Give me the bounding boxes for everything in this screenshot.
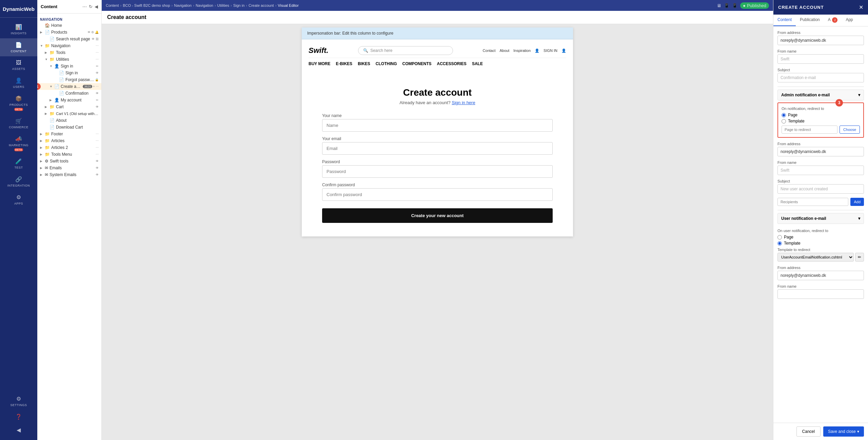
desktop-icon[interactable]: 🖥 [717, 3, 721, 8]
sidebar-products-label: PRODUCTS [9, 103, 28, 107]
sign-in-link[interactable]: Sign in here [452, 100, 475, 105]
badge-3: 3 [835, 99, 843, 107]
confirm-password-input[interactable] [322, 188, 553, 201]
tab-publication[interactable]: Publication [796, 15, 824, 26]
tree-item-create-account-label: Create account [61, 84, 82, 89]
tree-item-home[interactable]: 🏠 Home [37, 22, 101, 29]
mobile-icon[interactable]: 📱 [732, 3, 737, 8]
tree-item-signin-folder[interactable]: ▼ 👤 Sign in ✏ [37, 63, 101, 70]
tree-item-cart-v1[interactable]: ▶ 📁 Cart V1 (Old setup without Shipmondo… [37, 110, 101, 117]
sidebar-item-expand[interactable]: ◀ [0, 423, 37, 437]
breadcrumb-icons: 🖥 📱 📱 ● Published [717, 2, 769, 9]
nav-e-bikes[interactable]: E-BIKES [336, 61, 352, 66]
radio-template-input[interactable] [782, 119, 786, 123]
header-contact[interactable]: Contact [483, 49, 496, 53]
divider-2 [777, 210, 864, 210]
nav-bikes[interactable]: BIKES [358, 61, 370, 66]
sidebar-item-users[interactable]: 👤 USERS [0, 74, 37, 92]
tree-item-download-cart[interactable]: 📄 Download Cart [37, 124, 101, 131]
expand-my-account: ▶ [50, 98, 54, 102]
tree-item-emails[interactable]: ▶ ✉ Emails 👁 [37, 165, 101, 171]
left-panel-refresh-icon[interactable]: ↻ [89, 4, 93, 9]
template-row: UserAccountEmailNotification.cshtml ✏ [777, 253, 864, 262]
page-to-redirect-input[interactable] [782, 126, 837, 134]
nav-clothing[interactable]: CLOTHING [376, 61, 397, 66]
tree-item-tools-menu[interactable]: ▶ 📁 Tools Menu ⋯ [37, 151, 101, 158]
left-panel-more-icon[interactable]: ⋯ [82, 4, 87, 9]
tree-item-signin[interactable]: 📄 Sign in 👁 [37, 70, 101, 76]
subject2-input[interactable] [777, 184, 864, 194]
search-bar[interactable]: 🔍 Search here [358, 46, 453, 55]
sidebar-item-settings[interactable]: ⚙ SETTINGS [0, 392, 37, 410]
from-name-input[interactable] [777, 54, 864, 64]
from-name2-input[interactable] [777, 166, 864, 175]
create-account-button[interactable]: Create your new account [322, 208, 553, 223]
from-address2-input[interactable] [777, 147, 864, 156]
tab-a[interactable]: A 2 [824, 15, 842, 26]
sidebar-item-help[interactable]: ❓ [0, 410, 37, 423]
add-button[interactable]: Add [850, 198, 864, 206]
visual-editor-area: Impersonation bar: Edit this column to c… [102, 24, 773, 440]
nav-buy-more[interactable]: BUY MORE [309, 61, 330, 66]
tree-item-download-cart-label: Download Cart [56, 125, 99, 130]
tree-item-forgot-password[interactable]: 📄 Forgot password 🔒 [37, 76, 101, 83]
nav-accessories[interactable]: ACCESSORIES [437, 61, 467, 66]
sidebar-item-apps[interactable]: ⚙ APPS [0, 191, 37, 209]
sidebar-item-marketing[interactable]: 📣 MARKETING BETA [0, 132, 37, 155]
password-input[interactable] [322, 165, 553, 178]
sidebar-item-products[interactable]: 📦 PRODUCTS BETA [0, 92, 37, 114]
tree-item-swift-tools[interactable]: ▶ ⚙ Swift tools 👁 [37, 158, 101, 165]
tab-app[interactable]: App [842, 15, 857, 26]
name-input[interactable] [322, 119, 553, 132]
sidebar-item-insights[interactable]: 📊 INSIGHTS [0, 20, 37, 38]
tree-item-footer[interactable]: ▶ 📁 Footer ⋯ [37, 131, 101, 137]
cancel-button[interactable]: Cancel [796, 426, 821, 437]
header-inspiration[interactable]: Inspiration [513, 49, 531, 53]
right-panel-close-icon[interactable]: ✕ [859, 4, 863, 11]
tree-item-confirmation[interactable]: 📄 Confirmation 👁 [37, 90, 101, 97]
tree-item-products[interactable]: ▶ 📄 Products 👁 ⚙ 🔔 [37, 29, 101, 36]
template-select[interactable]: UserAccountEmailNotification.cshtml [777, 253, 854, 262]
choose-button[interactable]: Choose [840, 126, 860, 134]
save-and-close-button[interactable]: Save and close ▾ [823, 426, 864, 437]
template-edit-button[interactable]: ✏ [855, 253, 864, 262]
tree-item-my-account-label: My account [61, 98, 96, 102]
user-radio-page-input[interactable] [777, 235, 782, 240]
tree-item-search-result[interactable]: 📄 Search result page 👁 ⛓ [37, 36, 101, 42]
user-radio-template-input[interactable] [777, 241, 782, 246]
tree-item-articles2[interactable]: ▶ 📁 Articles 2 ⋯ [37, 144, 101, 151]
sidebar-item-test[interactable]: 🧪 TEST [0, 155, 37, 173]
sidebar-item-assets[interactable]: 🖼 ASSETS [0, 56, 37, 74]
nav-components[interactable]: COMPONENTS [402, 61, 432, 66]
from-name3-input[interactable] [777, 289, 864, 299]
tree-item-navigation[interactable]: ▼ 📁 Navigation ⋯ [37, 42, 101, 49]
admin-notification-accordion[interactable]: Admin notification e-mail ▾ [777, 90, 864, 100]
from-address3-input[interactable] [777, 271, 864, 280]
recipients-input[interactable] [777, 198, 848, 206]
tree-item-my-account[interactable]: ▶ 👤 My account ✏ [37, 97, 101, 103]
email-input[interactable] [322, 142, 553, 155]
sidebar-item-commerce[interactable]: 🛒 COMMERCE [0, 114, 37, 132]
sidebar-item-integration[interactable]: 🔗 INTEGRATION [0, 173, 37, 191]
tree-item-articles[interactable]: ▶ 📁 Articles ⋯ [37, 137, 101, 144]
header-signin[interactable]: SIGN IN [544, 49, 557, 53]
tab-content[interactable]: Content [773, 15, 796, 26]
subject-input[interactable] [777, 73, 864, 82]
from-address-input[interactable] [777, 36, 864, 45]
expand-cart-v1: ▶ [45, 112, 50, 115]
tree-item-create-account[interactable]: ▼ 📄 Create account 3620 + ⋯ 1 [37, 83, 101, 90]
left-panel-collapse-icon[interactable]: ◀ [95, 4, 98, 9]
header-about[interactable]: About [500, 49, 510, 53]
tree-item-utilities[interactable]: ▼ 📁 Utilities ⋯ [37, 56, 101, 63]
field-confirm-password: Confirm password [322, 183, 553, 201]
radio-page-input[interactable] [782, 113, 786, 117]
sidebar-item-content[interactable]: 📄 CONTENT [0, 38, 37, 56]
tree-item-cart[interactable]: ▶ 📁 Cart 👁 [37, 103, 101, 110]
nav-sale[interactable]: SALE [472, 61, 483, 66]
tree-item-about[interactable]: 📄 About [37, 117, 101, 124]
tree-item-system-emails[interactable]: ▶ ✉ System Emails 👁 [37, 171, 101, 178]
tree-item-tools[interactable]: ▶ 📁 Tools ⋯ [37, 49, 101, 56]
save-chevron-icon: ▾ [857, 429, 859, 434]
user-notification-accordion[interactable]: User notification e-mail ▾ [777, 213, 864, 224]
tablet-icon[interactable]: 📱 [724, 3, 729, 8]
